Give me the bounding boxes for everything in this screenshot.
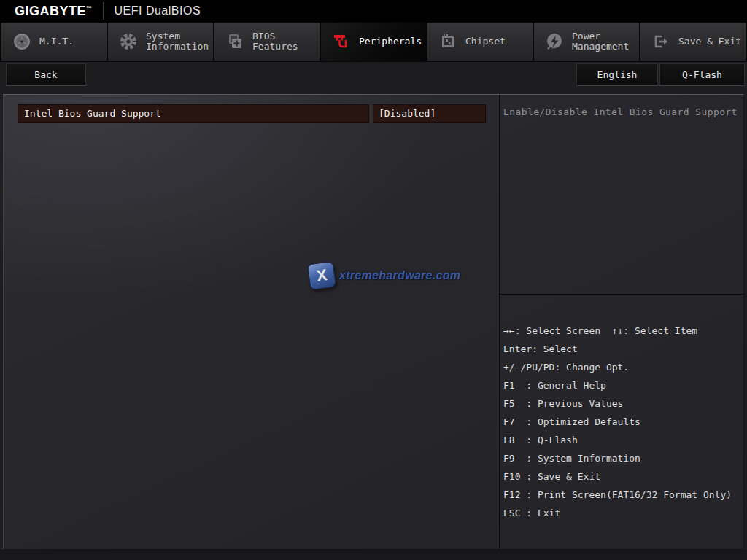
tab-chipset[interactable]: Chipset [427, 23, 533, 61]
shortcut-f10: F10 : Save & Exit [503, 470, 743, 488]
option-label: Intel Bios Guard Support [24, 108, 161, 119]
folders-plus-icon [224, 31, 246, 52]
option-value: [Disabled] [379, 108, 436, 119]
mit-dial-icon [11, 31, 33, 52]
tab-label-chipset: Chipset [465, 36, 506, 47]
shortcut-f8: F8 : Q-Flash [503, 433, 743, 451]
tab-peripherals[interactable]: Peripherals [321, 23, 426, 61]
back-button[interactable]: Back [6, 63, 86, 86]
shortcut-change-opt: +/-/PU/PD: Change Opt. [503, 360, 743, 378]
tab-label-save-exit: Save & Exit [678, 36, 741, 47]
trademark-symbol: ™ [86, 5, 93, 12]
chip-icon [437, 31, 459, 52]
tab-label-mit: M.I.T. [39, 36, 74, 47]
watermark-text: xtremehardware.com [339, 269, 460, 282]
watermark: X xtremehardware.com [309, 261, 460, 290]
shortcut-f1: F1 : General Help [503, 378, 743, 397]
tab-mit[interactable]: M.I.T. [1, 23, 107, 61]
shortcut-f9: F9 : System Information [503, 451, 743, 470]
shortcut-select-screen-item: →←: Select Screen ↑↓: Select Item [503, 324, 743, 342]
titlebar-separator [103, 2, 104, 20]
shortcut-enter: Enter: Select [503, 342, 743, 360]
tab-label-peripherals: Peripherals [359, 36, 422, 47]
lightning-icon [543, 31, 565, 52]
plug-icon [330, 31, 352, 52]
qflash-button[interactable]: Q-Flash [659, 63, 745, 86]
tab-label-bios-features: BIOS Features [252, 31, 320, 52]
tab-bios-features[interactable]: BIOS Features [214, 23, 320, 61]
tab-system-information[interactable]: System Information [108, 23, 213, 61]
help-panel: Enable/Disable Intel Bios Guard Support … [499, 95, 743, 549]
tab-label-system-information: System Information [146, 31, 213, 52]
shortcut-f12: F12 : Print Screen(FAT16/32 Format Only) [503, 488, 743, 506]
language-button[interactable]: English [576, 63, 658, 86]
watermark-x-badge-icon: X [307, 261, 337, 291]
shortcut-f7: F7 : Optimized Defaults [503, 415, 743, 433]
tab-power-management[interactable]: Power Management [534, 23, 639, 61]
help-panel-divider [500, 294, 744, 295]
gear-icon [117, 31, 139, 52]
shortcut-esc: ESC : Exit [503, 506, 743, 524]
option-label-box[interactable]: Intel Bios Guard Support [18, 104, 369, 122]
option-value-box[interactable]: [Disabled] [373, 104, 486, 122]
tab-save-exit[interactable]: Save & Exit [640, 23, 746, 61]
tab-strip: M.I.T. System Information BIOS Features … [0, 22, 747, 62]
help-text: Enable/Disable Intel Bios Guard Support [503, 106, 740, 117]
exit-arrow-icon [650, 31, 672, 52]
main-panel: Intel Bios Guard Support [Disabled] X xt… [3, 94, 744, 550]
title-bar: GIGABYTE™ UEFI DualBIOS [0, 0, 747, 22]
shortcut-f5: F5 : Previous Values [503, 397, 743, 415]
tab-label-power-management: Power Management [572, 31, 639, 52]
gigabyte-logo: GIGABYTE™ [15, 4, 93, 19]
bios-title: UEFI DualBIOS [115, 4, 201, 18]
shortcut-key-legend: →←: Select Screen ↑↓: Select Item Enter:… [503, 324, 743, 524]
bottom-strip [0, 550, 747, 560]
